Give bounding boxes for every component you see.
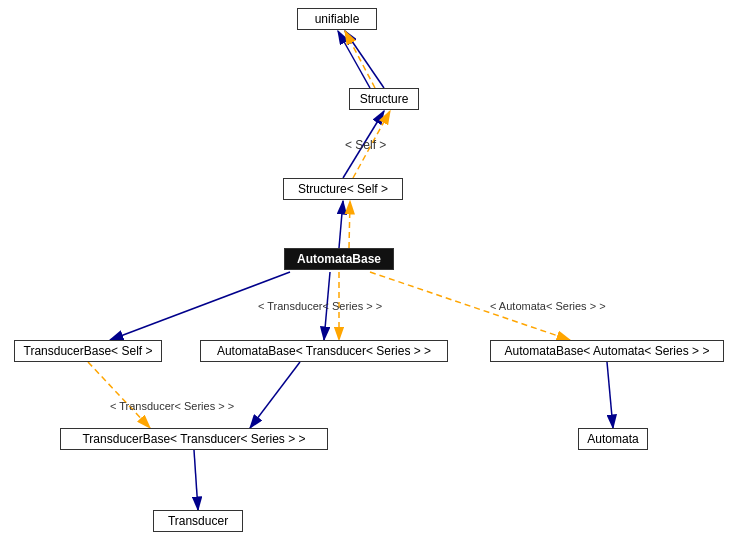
node-transducer: Transducer xyxy=(153,510,243,532)
svg-line-7 xyxy=(339,201,343,248)
node-structure-self: Structure< Self > xyxy=(283,178,403,200)
node-unifiable: unifiable xyxy=(297,8,377,30)
label-automata-series: < Automata< Series > > xyxy=(490,300,606,312)
node-automata-base-automata: AutomataBase< Automata< Series > > xyxy=(490,340,724,362)
svg-line-14 xyxy=(250,362,300,428)
label-transducer-series-2: < Transducer< Series > > xyxy=(110,400,234,412)
svg-line-13 xyxy=(88,362,150,428)
svg-line-8 xyxy=(349,201,350,248)
svg-line-2 xyxy=(345,31,384,88)
diagram-container: unifiable Structure < Self > Structure< … xyxy=(0,0,738,546)
node-automata-base: AutomataBase xyxy=(284,248,394,270)
node-transducer-base-transducer: TransducerBase< Transducer< Series > > xyxy=(60,428,328,450)
svg-line-4 xyxy=(345,31,375,88)
svg-line-3 xyxy=(338,31,370,88)
svg-line-15 xyxy=(194,450,198,510)
node-structure: Structure xyxy=(349,88,419,110)
node-transducer-base-self: TransducerBase< Self > xyxy=(14,340,162,362)
label-transducer-series: < Transducer< Series > > xyxy=(258,300,382,312)
arrows-svg xyxy=(0,0,738,546)
label-self: < Self > xyxy=(345,138,386,152)
node-automata-base-transducer: AutomataBase< Transducer< Series > > xyxy=(200,340,448,362)
node-automata: Automata xyxy=(578,428,648,450)
svg-line-16 xyxy=(607,362,613,428)
